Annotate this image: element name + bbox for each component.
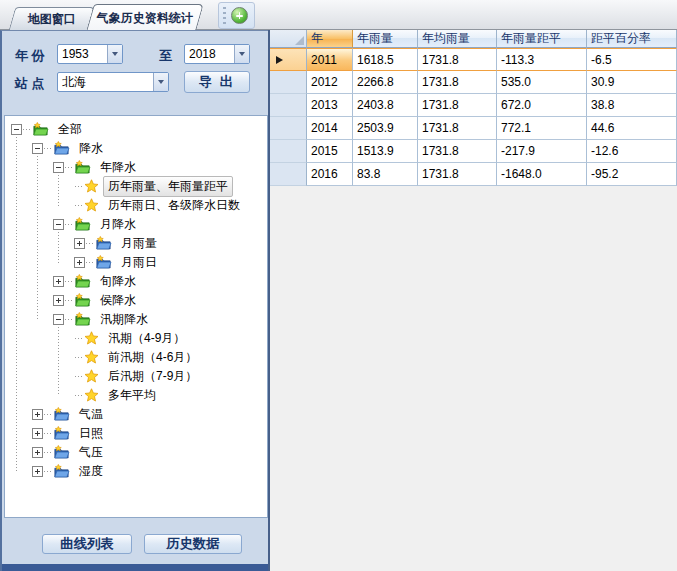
cell[interactable]: 83.8 [353,163,418,186]
tree-item-monthly-rainfall[interactable]: 月雨量 [5,234,267,253]
cell-year[interactable]: 2015 [307,140,353,163]
star-icon [84,331,99,346]
tree-item-multi-year-average[interactable]: 多年平均 [5,386,267,405]
chevron-down-icon[interactable] [234,45,249,63]
cell[interactable]: -217.9 [497,140,587,163]
cell[interactable]: -95.2 [587,163,677,186]
tree-item-pre-flood-season[interactable]: 前汛期（4-6月） [5,348,267,367]
tree-item-pressure[interactable]: 气压 [5,443,267,462]
cell[interactable]: 2503.9 [353,117,418,140]
cell[interactable]: 2403.8 [353,94,418,117]
column-header-anomaly-percent[interactable]: 距平百分率 [587,30,677,48]
expand-toggle-icon[interactable] [74,238,85,249]
tree-item-temperature[interactable]: 气温 [5,405,267,424]
cell[interactable]: 1731.8 [418,140,497,163]
table-row[interactable]: 2011 1618.5 1731.8 -113.3 -6.5 [270,48,677,71]
collapse-toggle-icon[interactable] [53,219,64,230]
expand-toggle-icon[interactable] [32,466,43,477]
cell-year[interactable]: 2013 [307,94,353,117]
cell[interactable]: -1648.0 [497,163,587,186]
tree-item-monthly-rain-days[interactable]: 月雨日 [5,253,267,272]
cell[interactable]: 1618.5 [353,48,418,71]
cell[interactable]: 1731.8 [418,94,497,117]
cell[interactable]: 672.0 [497,94,587,117]
cell[interactable]: 1731.8 [418,71,497,94]
row-selector[interactable] [270,163,307,186]
column-header-mean-rainfall[interactable]: 年均雨量 [418,30,497,48]
collapse-toggle-icon[interactable] [53,314,64,325]
table-row[interactable]: 2015 1513.9 1731.8 -217.9 -12.6 [270,140,677,163]
history-data-button[interactable]: 历史数据 [144,534,242,554]
cell-year[interactable]: 2016 [307,163,353,186]
cell[interactable]: 535.0 [497,71,587,94]
tree-item-all[interactable]: 全部 [5,120,267,139]
year-to-select[interactable]: 2018 [184,44,250,64]
expand-toggle-icon[interactable] [53,276,64,287]
tree-item-tenday-precipitation[interactable]: 旬降水 [5,272,267,291]
station-select[interactable]: 北海 [57,72,169,92]
cell[interactable]: 1731.8 [418,163,497,186]
tree-item-humidity[interactable]: 湿度 [5,462,267,481]
row-selector[interactable] [270,117,307,140]
row-selector[interactable] [270,94,307,117]
add-tab-button plus-icon[interactable] [231,7,248,24]
select-all-corner[interactable] [270,30,307,48]
tab-label: 气象历史资料统计 [97,10,193,27]
chevron-down-icon[interactable] [107,45,122,63]
row-selector[interactable] [270,140,307,163]
table-row[interactable]: 2013 2403.8 1731.8 672.0 38.8 [270,94,677,117]
expand-toggle-icon[interactable] [32,409,43,420]
cell[interactable]: -6.5 [587,48,677,71]
expand-toggle-icon[interactable] [74,257,85,268]
cell[interactable]: -12.6 [587,140,677,163]
expand-toggle-icon[interactable] [53,295,64,306]
cell[interactable]: -113.3 [497,48,587,71]
drag-grip-icon [223,7,226,24]
cell[interactable]: 1731.8 [418,48,497,71]
curve-list-button[interactable]: 曲线列表 [42,534,132,554]
table-row[interactable]: 2012 2266.8 1731.8 535.0 30.9 [270,71,677,94]
cell[interactable]: 1513.9 [353,140,418,163]
tree-item-annual-precipitation[interactable]: 年降水 [5,158,267,177]
panel-splitter[interactable] [268,30,270,571]
tree-item-post-flood-season[interactable]: 后汛期（7-9月） [5,367,267,386]
collapse-toggle-icon[interactable] [32,143,43,154]
table-row[interactable]: 2014 2503.9 1731.8 772.1 44.6 [270,117,677,140]
folder-blue-star-icon [53,141,70,156]
tab-map-window[interactable]: 地图窗口 [9,7,96,30]
year-from-select[interactable]: 1953 [57,44,123,64]
tree-item-annual-rainfall-anomaly[interactable]: 历年雨量、年雨量距平 [5,177,267,196]
column-header-annual-rainfall[interactable]: 年雨量 [353,30,418,48]
tree-item-flood-season-precipitation[interactable]: 汛期降水 [5,310,267,329]
tree-item-flood-season[interactable]: 汛期（4-9月） [5,329,267,348]
chevron-down-icon[interactable] [153,73,168,91]
cell[interactable]: 772.1 [497,117,587,140]
row-selector[interactable] [270,48,307,71]
column-header-rainfall-anomaly[interactable]: 年雨量距平 [497,30,587,48]
export-button[interactable]: 导 出 [184,71,250,93]
cell-year[interactable]: 2011 [307,48,353,71]
tab-weather-history-statistics[interactable]: 气象历史资料统计 [86,4,204,31]
year-label: 年 份 [15,47,45,65]
folder-blue-star-icon [53,426,70,441]
tree-item-sunshine[interactable]: 日照 [5,424,267,443]
collapse-toggle-icon[interactable] [53,162,64,173]
expand-toggle-icon[interactable] [32,447,43,458]
collapse-toggle-icon[interactable] [11,124,22,135]
tree-item-monthly-precipitation[interactable]: 月降水 [5,215,267,234]
cell-year[interactable]: 2012 [307,71,353,94]
year-to-value: 2018 [185,47,234,61]
cell-year[interactable]: 2014 [307,117,353,140]
cell[interactable]: 38.8 [587,94,677,117]
expand-toggle-icon[interactable] [32,428,43,439]
column-header-year[interactable]: 年 [307,30,353,48]
tree-item-rain-days[interactable]: 历年雨日、各级降水日数 [5,196,267,215]
cell[interactable]: 1731.8 [418,117,497,140]
row-selector[interactable] [270,71,307,94]
tree-item-pentad-precipitation[interactable]: 侯降水 [5,291,267,310]
cell[interactable]: 30.9 [587,71,677,94]
table-row[interactable]: 2016 83.8 1731.8 -1648.0 -95.2 [270,163,677,186]
tree-item-precipitation[interactable]: 降水 [5,139,267,158]
cell[interactable]: 2266.8 [353,71,418,94]
cell[interactable]: 44.6 [587,117,677,140]
